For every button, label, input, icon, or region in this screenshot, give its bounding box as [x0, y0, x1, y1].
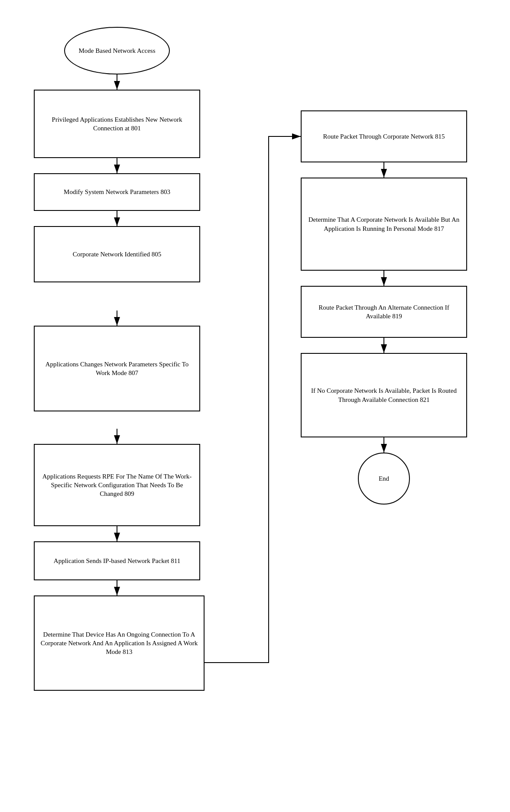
- node-807: Applications Changes Network Parameters …: [34, 326, 200, 411]
- start-node: Mode Based Network Access: [64, 27, 170, 74]
- diagram-container: Mode Based Network Access Privileged App…: [0, 0, 510, 812]
- node-803: Modify System Network Parameters 803: [34, 173, 200, 211]
- node-821: If No Corporate Network Is Available, Pa…: [301, 353, 467, 437]
- node-809: Applications Requests RPE For The Name O…: [34, 444, 200, 526]
- node-805: Corporate Network Identified 805: [34, 226, 200, 282]
- end-node: End: [358, 453, 410, 505]
- node-819: Route Packet Through An Alternate Connec…: [301, 286, 467, 338]
- node-813: Determine That Device Has An Ongoing Con…: [34, 595, 205, 691]
- node-801: Privileged Applications Establishes New …: [34, 90, 200, 158]
- node-815: Route Packet Through Corporate Network 8…: [301, 110, 467, 162]
- node-817: Determine That A Corporate Network Is Av…: [301, 178, 467, 271]
- node-811: Application Sends IP-based Network Packe…: [34, 541, 200, 580]
